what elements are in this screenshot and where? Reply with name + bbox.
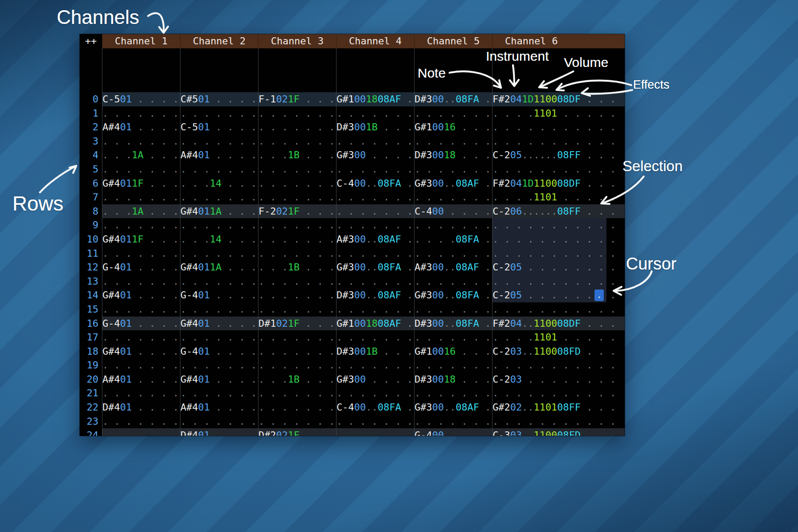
- pattern-cell[interactable]: G#300 . . . .: [336, 372, 414, 387]
- pattern-cell[interactable]: D#300..08AF .: [336, 288, 414, 302]
- pattern-cell[interactable]: D#401 . . . .: [102, 400, 180, 415]
- pattern-cell[interactable]: . . . . . . .: [336, 106, 414, 121]
- pattern-row-21[interactable]: 21. . . . . . .. . . . . . .. . . . . . …: [80, 386, 625, 400]
- pattern-cell[interactable]: D#30018 . . .: [414, 372, 492, 387]
- pattern-row-17[interactable]: 17. . . . . . .. . . . . . .. . . . . . …: [80, 330, 625, 344]
- pattern-cell[interactable]: . . . . . . . . . . .: [492, 386, 625, 400]
- pattern-cell[interactable]: G#401 . . . .: [102, 344, 180, 359]
- pattern-cell[interactable]: F#2041D110008DF . . .: [492, 176, 625, 191]
- pattern-cell[interactable]: F#204..110008DF . . .: [492, 317, 625, 331]
- pattern-cell[interactable]: . . . . . . . . . . .: [492, 274, 625, 289]
- pattern-cell[interactable]: C-205......08FF . . .: [492, 148, 625, 162]
- pattern-cell[interactable]: G#401 . . . .: [180, 372, 258, 387]
- pattern-cell[interactable]: . . . . . . .: [414, 162, 492, 176]
- pattern-cell[interactable]: . . . . . . .: [258, 274, 336, 289]
- pattern-row-2[interactable]: 2A#401 . . . .C-501 . . . .. . . . . . .…: [80, 120, 625, 134]
- pattern-cell[interactable]: D#3001B . . .: [336, 120, 414, 134]
- pattern-row-3[interactable]: 3. . . . . . .. . . . . . .. . . . . . .…: [80, 134, 625, 149]
- pattern-cell[interactable]: . . . . . . .: [258, 400, 336, 415]
- pattern-cell[interactable]: A#300..08AF .: [414, 260, 492, 274]
- pattern-cell[interactable]: . . . . . . . . . . .: [492, 232, 625, 246]
- pattern-cell[interactable]: . . . . . . .: [102, 302, 180, 317]
- pattern-cell[interactable]: . . . . . . .: [180, 415, 258, 429]
- pattern-cell[interactable]: . . . . . . .: [414, 302, 492, 317]
- pattern-cell[interactable]: . . . . . . .: [336, 246, 414, 261]
- pattern-cell[interactable]: . . . . . . .: [414, 358, 492, 372]
- pattern-cell[interactable]: . . . . . . .: [336, 204, 414, 219]
- pattern-cell[interactable]: . . . . . . .: [414, 386, 492, 400]
- pattern-cell[interactable]: G#401 . . . .: [180, 317, 258, 331]
- pattern-cell[interactable]: . . . . . . . . . . .: [492, 162, 625, 176]
- pattern-corner-button[interactable]: ++: [80, 34, 102, 48]
- channel-header-4[interactable]: Channel 4: [336, 34, 414, 48]
- pattern-cell[interactable]: C-205 . . . . . . . .: [492, 288, 625, 302]
- pattern-cell[interactable]: . . .1B . . .: [258, 148, 336, 162]
- pattern-cell[interactable]: . . . . . . .: [414, 246, 492, 261]
- pattern-cell[interactable]: . . . . . . . . . . .: [492, 415, 625, 429]
- pattern-cell[interactable]: G#300..08FA .: [414, 288, 492, 302]
- pattern-cell[interactable]: . . . . . . .: [414, 190, 492, 204]
- pattern-cell[interactable]: D#401 . . . .: [180, 428, 258, 436]
- pattern-cell[interactable]: G#4011F . . .: [102, 176, 180, 191]
- pattern-cell[interactable]: . . . . . . .: [258, 344, 336, 359]
- pattern-row-19[interactable]: 19. . . . . . .. . . . . . .. . . . . . …: [80, 358, 625, 372]
- pattern-cell[interactable]: . . . .08FA .: [414, 232, 492, 246]
- pattern-cell[interactable]: G#300..08AF .: [414, 176, 492, 191]
- pattern-cell[interactable]: . . . . . . .: [180, 134, 258, 149]
- pattern-cell[interactable]: . . . . . . .: [258, 302, 336, 317]
- pattern-cell[interactable]: . . . . . . .: [180, 162, 258, 176]
- pattern-cell[interactable]: . . . . . . .: [414, 218, 492, 232]
- pattern-cell[interactable]: C-303..110008FD . . .: [492, 428, 625, 436]
- pattern-cell[interactable]: G#1001808AF .: [336, 317, 414, 331]
- pattern-cell[interactable]: . . . . . . . . . . .: [492, 358, 625, 372]
- pattern-row-1[interactable]: 1. . . . . . .. . . . . . .. . . . . . .…: [80, 106, 625, 121]
- pattern-cell[interactable]: G#202..110108FF . . .: [492, 400, 625, 415]
- pattern-cell[interactable]: . . . . . . .: [102, 162, 180, 176]
- pattern-cell[interactable]: G#4011A . . .: [180, 260, 258, 274]
- pattern-cell[interactable]: . . . . . . .: [414, 415, 492, 429]
- pattern-cell[interactable]: D#3001B . . .: [336, 344, 414, 359]
- pattern-cell[interactable]: . . .1A . . .: [102, 204, 180, 219]
- pattern-cell[interactable]: . . . . . . .: [102, 246, 180, 261]
- pattern-row-12[interactable]: 12G-401 . . . .G#4011A . . .. . .1B . . …: [80, 260, 625, 274]
- pattern-cell[interactable]: F#2041D110008DF . . .: [492, 92, 625, 106]
- pattern-cell[interactable]: . . . .1101 . . . . .: [492, 106, 625, 121]
- pattern-cell[interactable]: . . . . . . .: [258, 106, 336, 121]
- pattern-cell[interactable]: . . . . . . .: [258, 218, 336, 232]
- pattern-cell[interactable]: . . . . . . . . . . .: [492, 218, 625, 232]
- pattern-cell[interactable]: A#401 . . . .: [102, 372, 180, 387]
- pattern-cell[interactable]: . . . . . . . . . . .: [492, 302, 625, 317]
- pattern-cell[interactable]: F-2021F . . .: [258, 204, 336, 219]
- pattern-grid[interactable]: . 0C-501 . . . .C#501 . . . .F-1021F . .…: [80, 92, 625, 436]
- pattern-cell[interactable]: G#4011A . . .: [180, 204, 258, 219]
- pattern-cell[interactable]: . . . . . . .: [102, 415, 180, 429]
- pattern-cell[interactable]: . . . . . . .: [102, 190, 180, 204]
- pattern-cell[interactable]: . . . . . . .: [336, 330, 414, 344]
- pattern-cell[interactable]: . . . . . . .: [258, 330, 336, 344]
- pattern-row-13[interactable]: 13. . . . . . .. . . . . . .. . . . . . …: [80, 274, 625, 289]
- pattern-cell[interactable]: C-206......08FF . . .: [492, 204, 625, 219]
- pattern-cell[interactable]: . . .1B . . .: [258, 372, 336, 387]
- pattern-cell[interactable]: . . . . . . .: [258, 415, 336, 429]
- channel-header-1[interactable]: Channel 1: [102, 34, 180, 48]
- pattern-cell[interactable]: . . . . . . .: [180, 302, 258, 317]
- pattern-row-16[interactable]: 16G-401 . . . .G#401 . . . .D#1021F . . …: [80, 317, 625, 331]
- pattern-cell[interactable]: C-400 . . . .: [414, 204, 492, 219]
- pattern-cell[interactable]: . . . . . . . . . . .: [492, 120, 625, 134]
- pattern-row-5[interactable]: 5. . . . . . .. . . . . . .. . . . . . .…: [80, 162, 625, 176]
- pattern-cell[interactable]: G#300..08FA .: [336, 260, 414, 274]
- pattern-row-20[interactable]: 20A#401 . . . .G#401 . . . .. . .1B . . …: [80, 372, 625, 387]
- pattern-row-10[interactable]: 10G#4011F . . .. . .14 . . .. . . . . . …: [80, 232, 625, 246]
- pattern-cell[interactable]: G#1001808AF .: [336, 92, 414, 106]
- pattern-cell[interactable]: G#300..08AF .: [414, 400, 492, 415]
- pattern-cell[interactable]: C#501 . . . .: [180, 92, 258, 106]
- pattern-cell[interactable]: A#401 . . . .: [180, 400, 258, 415]
- pattern-row-22[interactable]: 22D#401 . . . .A#401 . . . .. . . . . . …: [80, 400, 625, 415]
- pattern-cell[interactable]: . . . . . . .: [102, 358, 180, 372]
- pattern-cell[interactable]: A#401 . . . .: [180, 148, 258, 162]
- pattern-row-9[interactable]: 9. . . . . . .. . . . . . .. . . . . . .…: [80, 218, 625, 232]
- pattern-cell[interactable]: . . . . . . .: [180, 386, 258, 400]
- pattern-cell[interactable]: C-203..110008FD . . .: [492, 344, 625, 359]
- pattern-cell[interactable]: . . . . . . .: [336, 386, 414, 400]
- pattern-cell[interactable]: . . . . . . .: [336, 274, 414, 289]
